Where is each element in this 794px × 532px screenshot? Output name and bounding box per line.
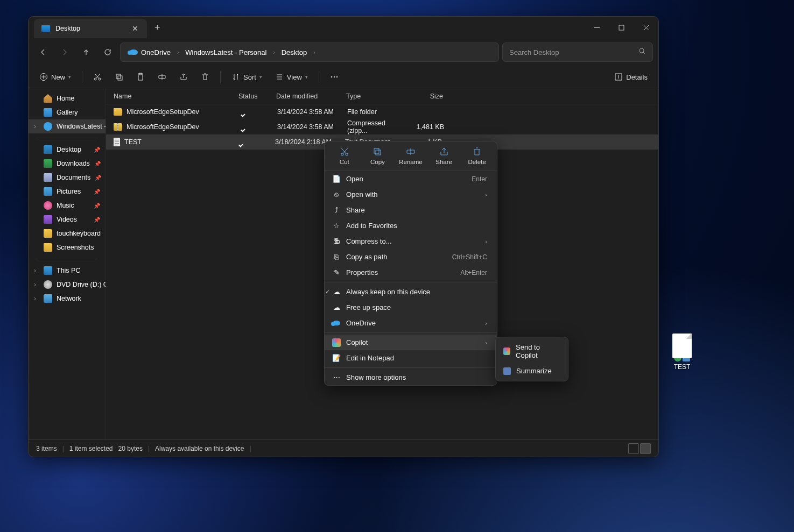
sidebar-item-screenshots[interactable]: Screenshots [29,240,106,254]
crumb-personal[interactable]: WindowsLatest - Personal [182,46,270,59]
new-tab-button[interactable]: + [147,22,168,33]
close-button[interactable] [634,18,658,37]
file-row[interactable]: MicrosoftEdgeSetupDev 3/14/2024 3:58 AM … [106,104,658,119]
ctx-rename-button[interactable]: Rename [396,146,425,166]
chevron-right-icon[interactable]: › [176,49,180,55]
sidebar-item-home[interactable]: Home [29,91,106,105]
pin-icon: 📌 [94,189,100,195]
refresh-button[interactable] [99,43,117,61]
up-button[interactable] [77,43,95,61]
open-icon: 📄 [332,175,341,183]
sidebar-item-label: Videos [57,216,77,223]
svg-point-10 [331,76,332,77]
ctx-keep-device[interactable]: ✓☁Always keep on this device [325,284,497,300]
forward-button[interactable] [55,43,74,61]
cut-button[interactable] [88,69,107,84]
separator [82,71,82,83]
ctx-compress[interactable]: 🗜Compress to...› [325,233,497,249]
context-top-row: Cut Copy Rename Share Delete [325,141,497,171]
sidebar-item-gallery[interactable]: Gallery [29,105,106,119]
sub-send-copilot[interactable]: Send to Copilot [496,339,568,363]
copy-path-icon: ⎘ [332,253,341,261]
ctx-delete-button[interactable]: Delete [462,146,491,166]
titlebar: Desktop ✕ + [29,17,658,38]
pin-icon: 📌 [94,161,101,167]
crumb-onedrive[interactable]: OneDrive [126,46,174,59]
search-input[interactable] [509,48,638,56]
sidebar: Home Gallery WindowsLatest - Pe Desktop📌… [29,88,106,439]
sidebar-item-thispc[interactable]: This PC [29,264,106,278]
sidebar-item-dvd[interactable]: DVD Drive (D:) CCC [29,278,106,292]
ctx-share-button[interactable]: Share [430,146,459,166]
svg-rect-6 [118,76,122,80]
file-row[interactable]: MicrosoftEdgeSetupDev 3/14/2024 3:58 AM … [106,119,658,134]
sub-summarize[interactable]: Summarize [496,363,568,379]
close-tab-icon[interactable]: ✕ [129,23,142,34]
ctx-share[interactable]: ⤴Share [325,202,497,218]
documents-icon [44,173,52,182]
sidebar-item-onedrive[interactable]: WindowsLatest - Pe [29,119,106,133]
ctx-show-more[interactable]: ⋯Show more options [325,370,497,385]
svg-rect-16 [374,148,379,153]
sidebar-item-label: Pictures [57,188,81,195]
ctx-edit-notepad[interactable]: 📝Edit in Notepad [325,350,497,366]
sidebar-item-network[interactable]: Network [29,292,106,306]
status-bar: 3 items | 1 item selected 20 bytes | Alw… [29,439,658,457]
col-date[interactable]: Date modified [276,93,346,100]
col-size[interactable]: Size [405,93,443,100]
ctx-favorites[interactable]: ☆Add to Favorites [325,218,497,233]
delete-button[interactable] [195,69,215,84]
chevron-right-icon[interactable]: › [312,49,316,55]
ctx-copy-button[interactable]: Copy [363,146,392,166]
pc-icon [44,266,52,275]
ctx-copy-path[interactable]: ⎘Copy as pathCtrl+Shift+C [325,249,497,265]
sidebar-item-documents[interactable]: Documents📌 [29,171,106,185]
col-type[interactable]: Type [346,93,405,100]
svg-rect-5 [116,74,121,79]
share-button[interactable] [174,69,193,84]
more-button[interactable] [325,69,344,84]
view-large-icon[interactable] [640,443,651,454]
sidebar-item-downloads[interactable]: Downloads📌 [29,157,106,171]
file-type: Compressed (zipp... [347,119,406,134]
chevron-right-icon: › [485,320,487,327]
col-status[interactable]: Status [238,93,276,100]
breadcrumb[interactable]: OneDrive › WindowsLatest - Personal › De… [120,42,499,62]
col-name[interactable]: Name [114,93,238,100]
minimize-button[interactable] [584,18,609,37]
sidebar-item-desktop[interactable]: Desktop📌 [29,143,106,157]
pin-icon: 📌 [95,175,101,181]
crumb-desktop[interactable]: Desktop [278,46,311,59]
details-button[interactable]: Details [609,69,653,84]
ctx-copilot[interactable]: Copilot› [325,335,497,350]
maximize-button[interactable] [609,18,634,37]
paste-button[interactable] [131,69,150,84]
search-box[interactable] [502,42,653,62]
ctx-onedrive[interactable]: OneDrive› [325,315,497,331]
sidebar-item-videos[interactable]: Videos📌 [29,212,106,226]
chevron-right-icon[interactable]: › [272,49,276,55]
search-icon[interactable] [638,47,646,57]
ctx-cut-button[interactable]: Cut [330,146,359,166]
view-button[interactable]: View ▾ [270,69,313,84]
ctx-properties[interactable]: ✎PropertiesAlt+Enter [325,265,497,280]
ctx-open-with[interactable]: ⎋Open with› [325,187,497,202]
file-size: 1,481 KB [406,123,444,131]
sidebar-item-music[interactable]: Music📌 [29,198,106,212]
desktop-file-test[interactable]: TEST [667,334,697,371]
copy-button[interactable] [109,69,129,84]
sort-button[interactable]: Sort ▾ [226,69,268,84]
ctx-open[interactable]: 📄OpenEnter [325,171,497,187]
view-details-icon[interactable] [628,443,639,454]
rename-button[interactable] [152,69,172,84]
chevron-down-icon: ▾ [259,74,262,80]
status-items: 3 items [36,445,57,452]
tab-title: Desktop [55,25,123,32]
tab-desktop[interactable]: Desktop ✕ [34,19,147,38]
sidebar-item-pictures[interactable]: Pictures📌 [29,185,106,198]
onedrive-icon [332,319,341,328]
sidebar-item-touchkeyboard[interactable]: touchkeyboard [29,226,106,240]
back-button[interactable] [34,43,52,61]
ctx-free-space[interactable]: ☁Free up space [325,300,497,315]
new-button[interactable]: New ▾ [34,69,76,84]
